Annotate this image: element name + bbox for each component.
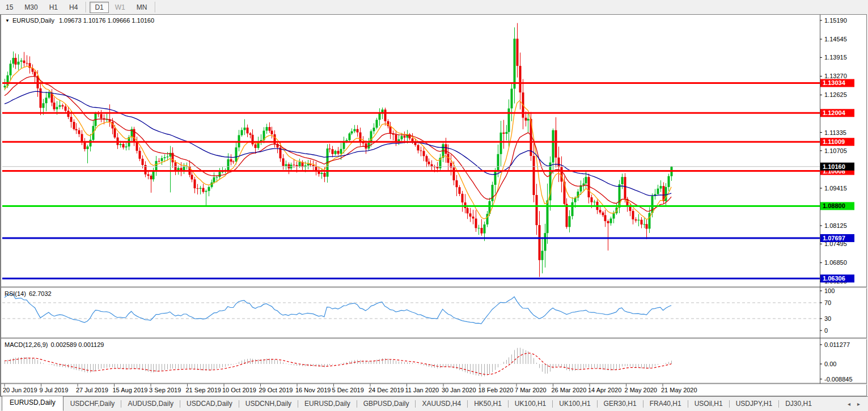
candle-body xyxy=(293,165,295,166)
candle-body xyxy=(461,194,464,202)
tab-11-ger30-h1[interactable]: GER30,H1 xyxy=(598,397,643,411)
candle-body xyxy=(114,128,116,137)
candle-body xyxy=(296,165,298,166)
candle-body xyxy=(335,151,337,154)
candle-body xyxy=(588,177,590,197)
rsi-indicator-name: RSI(14) xyxy=(5,290,26,297)
candle-body xyxy=(469,213,472,217)
timeframe-toolbar: 15M30H1H4D1W1MN xyxy=(0,0,868,14)
candle-body xyxy=(511,88,513,108)
tab-2-audusd-daily[interactable]: AUDUSD,Daily xyxy=(121,397,180,411)
candle-body xyxy=(241,130,243,135)
candle-body xyxy=(621,177,624,184)
date-axis-label: 26 Mar 2020 xyxy=(552,387,587,393)
candle-body xyxy=(219,172,221,177)
level-price-badge-label: 1.13034 xyxy=(823,79,846,86)
tab-13-usoil-h1[interactable]: USOil,H1 xyxy=(688,397,729,411)
level-price-badge-label: 1.10160 xyxy=(823,163,845,170)
candle-body xyxy=(514,39,516,88)
macd-indicator-name: MACD(12,26,9) xyxy=(5,341,48,348)
chevron-down-icon[interactable]: ▼ xyxy=(5,18,10,23)
candle-body xyxy=(503,133,505,134)
candle-body xyxy=(153,171,155,179)
timeframe-button-mn[interactable]: MN xyxy=(132,2,153,13)
rsi-axis-label: 0 xyxy=(824,327,828,334)
chart-window: 1.151901.145451.139151.132701.126251.113… xyxy=(0,14,867,396)
candle-body xyxy=(459,187,461,194)
candle-body xyxy=(635,219,637,221)
tab-8-hk50-h1[interactable]: HK50,H1 xyxy=(468,397,508,411)
candle-body xyxy=(34,72,36,76)
moving-average-fast xyxy=(5,66,671,219)
date-axis-label: 7 Mar 2020 xyxy=(515,387,547,393)
candle-body xyxy=(629,207,632,211)
tab-4-usdcnh-daily[interactable]: USDCNH,Daily xyxy=(239,397,298,411)
price-axis-tick-label: 1.12625 xyxy=(824,91,847,98)
price-axis-tick-label: 1.08125 xyxy=(824,222,847,229)
candle-body xyxy=(437,167,439,168)
candle-body xyxy=(244,128,246,130)
moving-average-slow xyxy=(5,91,671,196)
candle-body xyxy=(359,133,362,142)
candle-body xyxy=(216,177,218,177)
timeframe-button-w1[interactable]: W1 xyxy=(110,2,130,13)
tab-scroll-left-icon[interactable]: ◂ xyxy=(844,401,854,407)
candle-body xyxy=(48,93,50,98)
tab-12-fra40-h1[interactable]: FRA40,H1 xyxy=(643,397,688,411)
timeframe-button-h1[interactable]: H1 xyxy=(44,2,63,13)
macd-indicator-values: 0.002589 0.001129 xyxy=(50,341,104,348)
candle-body xyxy=(45,98,48,103)
tab-5-eurusd-daily[interactable]: EURUSD,Daily xyxy=(298,397,357,411)
symbol-tab-bar: EURUSD,DailyUSDCHF,DailyAUDUSD,DailyUSDC… xyxy=(0,396,868,411)
tab-9-uk100-h1[interactable]: UK100,H1 xyxy=(509,397,552,411)
candle-body xyxy=(423,151,425,156)
candle-body xyxy=(142,159,144,165)
candle-body xyxy=(472,217,475,219)
candle-body xyxy=(255,145,257,148)
rsi-pane-label: RSI(14)62.7032 xyxy=(5,290,52,297)
timeframe-button-h4[interactable]: H4 xyxy=(64,2,83,13)
candle-body xyxy=(84,142,86,149)
price-axis-tick-label: 1.10705 xyxy=(824,147,847,154)
macd-signal-line xyxy=(5,353,671,375)
candle-body xyxy=(365,143,367,149)
candle-body xyxy=(417,145,420,151)
tab-0-eurusd-daily[interactable]: EURUSD,Daily xyxy=(2,396,63,411)
candle-body xyxy=(351,132,353,134)
tab-15-dj30-h1[interactable]: DJ30,H1 xyxy=(779,397,818,411)
timeframe-button-15[interactable]: 15 xyxy=(1,2,18,13)
tab-6-gbpusd-daily[interactable]: GBPUSD,Daily xyxy=(357,397,416,411)
candle-body xyxy=(552,130,554,163)
candle-body xyxy=(155,161,158,171)
timeframe-button-m30[interactable]: M30 xyxy=(19,2,43,13)
candle-body xyxy=(139,151,141,159)
candle-body xyxy=(147,175,150,176)
tab-scroll-right-icon[interactable]: ▸ xyxy=(854,401,863,407)
macd-axis-label: 0.00 xyxy=(824,361,836,367)
candle-body xyxy=(299,162,301,167)
candle-body xyxy=(56,107,58,109)
candle-body xyxy=(401,136,403,139)
date-axis-label: 18 Feb 2020 xyxy=(479,387,514,393)
date-axis-label: 5 Dec 2019 xyxy=(332,387,364,393)
tab-1-usdchf-daily[interactable]: USDCHF,Daily xyxy=(64,397,121,411)
candle-body xyxy=(271,131,273,134)
candle-body xyxy=(158,161,160,162)
candle-body xyxy=(539,225,541,260)
candle-body xyxy=(20,61,23,62)
candle-body xyxy=(533,156,535,195)
tab-14-usdjpy-h1[interactable]: USDJPY,H1 xyxy=(730,397,778,411)
candle-body xyxy=(602,213,604,215)
candle-body xyxy=(484,224,486,234)
timeframe-button-d1[interactable]: D1 xyxy=(90,2,108,13)
price-axis-tick-label: 1.13915 xyxy=(824,54,847,61)
candle-body xyxy=(607,221,609,223)
tab-10-uk100-h1[interactable]: UK100,H1 xyxy=(553,397,596,411)
date-axis-label: 16 Nov 2019 xyxy=(295,387,331,393)
candle-body xyxy=(527,119,530,121)
tab-7-xauusd-h4[interactable]: XAUUSD,H4 xyxy=(416,397,467,411)
candle-body xyxy=(604,215,607,222)
candle-body xyxy=(420,150,422,151)
tab-3-usdcad-daily[interactable]: USDCAD,Daily xyxy=(180,397,239,411)
candle-body xyxy=(453,168,455,181)
